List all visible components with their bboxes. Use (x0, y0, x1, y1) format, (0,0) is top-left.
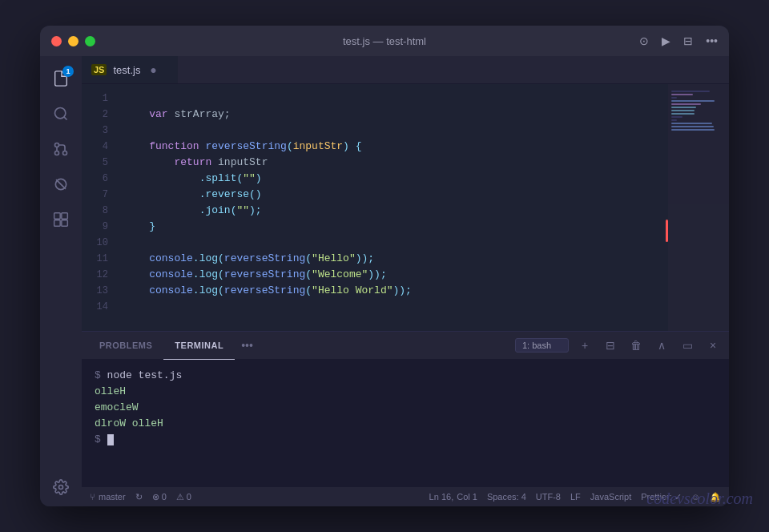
code-line-7: .reverse() (124, 187, 729, 203)
close-panel-button[interactable]: × (703, 336, 723, 355)
sync-status[interactable]: ↻ (135, 492, 143, 502)
close-button[interactable] (51, 36, 62, 46)
status-left: ⑂ master ↻ ⊗ 0 ⚠ 0 (90, 492, 191, 502)
title-actions: ⊙ ▶ ⊟ ••• (639, 34, 718, 47)
minimize-button[interactable] (68, 36, 79, 46)
code-line-12: console.log(reverseString("Welcome")); (124, 267, 729, 283)
traffic-lights (51, 36, 95, 46)
indent-status[interactable]: Spaces: 4 (487, 492, 526, 502)
delete-terminal-button[interactable]: 🗑 (626, 336, 646, 355)
svg-point-4 (55, 151, 59, 155)
code-line-11: console.log(reverseString("Hello")); (124, 251, 729, 267)
code-line-6: .split("") (124, 171, 729, 187)
errors-text: ⊗ 0 (152, 492, 167, 502)
code-line-3 (124, 123, 729, 139)
code-line-14 (124, 299, 729, 315)
sidebar-item-files[interactable]: 1 (45, 62, 77, 95)
encoding-text: UTF-8 (536, 492, 561, 502)
more-actions-icon[interactable]: ••• (706, 34, 718, 47)
code-line-8: .join(""); (124, 203, 729, 219)
code-line-13: console.log(reverseString("Hello World")… (124, 283, 729, 299)
scroll-up-button[interactable]: ∧ (652, 336, 671, 355)
term-line-5: $ (95, 432, 716, 448)
broadcast-icon[interactable]: ⊙ (639, 34, 649, 47)
files-badge: 1 (62, 66, 74, 77)
editor-area: JS test.js ● 1 2 3 4 5 6 7 8 9 10 (82, 56, 729, 506)
editor-tab-testjs[interactable]: JS test.js ● (82, 56, 178, 83)
code-line-1 (124, 91, 729, 107)
code-editor[interactable]: 1 2 3 4 5 6 7 8 9 10 11 12 13 14 (82, 84, 729, 331)
sidebar-item-search[interactable] (45, 98, 77, 130)
maximize-panel-button[interactable]: ▭ (678, 336, 697, 355)
sidebar-item-git[interactable] (45, 133, 77, 165)
panel-actions: 1: bash + ⊟ 🗑 ∧ ▭ × (515, 336, 723, 355)
errors-status[interactable]: ⊗ 0 (152, 492, 167, 502)
code-line-4: function reverseString(inputStr) { (124, 139, 729, 155)
terminal-panel: PROBLEMS TERMINAL ••• 1: bash + ⊟ 🗑 ∧ ▭ … (82, 331, 729, 487)
ln-text: Ln 16, (429, 492, 454, 502)
title-bar: test.js — test-html ⊙ ▶ ⊟ ••• (40, 26, 729, 56)
cursor-position[interactable]: Ln 16, Col 1 (429, 492, 477, 502)
language-status[interactable]: JavaScript (590, 492, 631, 502)
svg-rect-7 (54, 213, 61, 220)
code-line-2: var strArray; (124, 107, 729, 123)
git-branch-status[interactable]: ⑂ master (90, 492, 126, 502)
run-icon[interactable]: ▶ (662, 34, 670, 47)
col-text: Col 1 (457, 492, 477, 502)
line-numbers: 1 2 3 4 5 6 7 8 9 10 11 12 13 14 (82, 84, 118, 331)
feedback-icon[interactable]: ☺ (691, 492, 700, 502)
scrollbar-indicator (666, 220, 668, 242)
term-line-1: $ node test.js (95, 368, 716, 384)
bell-icon: 🔔 (710, 492, 721, 502)
main-layout: 1 (40, 56, 729, 506)
tab-close-button[interactable]: ● (147, 63, 159, 76)
notifications-icon[interactable]: 🔔 (710, 492, 721, 502)
code-line-10 (124, 235, 729, 251)
svg-rect-9 (54, 220, 61, 227)
svg-point-3 (55, 143, 59, 147)
svg-rect-8 (62, 213, 68, 220)
add-terminal-button[interactable]: + (575, 336, 594, 355)
language-text: JavaScript (590, 492, 631, 502)
svg-point-2 (63, 151, 67, 155)
settings-icon[interactable] (45, 474, 77, 506)
tab-filename: test.js (113, 64, 140, 76)
encoding-status[interactable]: UTF-8 (536, 492, 561, 502)
term-line-4: dlroW olleH (95, 416, 716, 432)
vscode-window: test.js — test-html ⊙ ▶ ⊟ ••• 1 (40, 26, 729, 506)
status-right: Ln 16, Col 1 Spaces: 4 UTF-8 LF JavaScri… (429, 492, 721, 502)
warnings-status[interactable]: ⚠ 0 (176, 492, 191, 502)
terminal-content[interactable]: $ node test.js olleH emocleW dlroW olleH… (82, 360, 729, 487)
eol-status[interactable]: LF (570, 492, 581, 502)
prettier-text: Prettier: ✓ (641, 492, 682, 502)
split-editor-icon[interactable]: ⊟ (683, 34, 693, 47)
svg-point-0 (55, 108, 66, 119)
activity-bar: 1 (40, 56, 82, 506)
status-bar: ⑂ master ↻ ⊗ 0 ⚠ 0 Ln 16, (82, 487, 729, 506)
minimap (668, 84, 729, 331)
terminal-selector[interactable]: 1: bash (515, 338, 569, 353)
eol-text: LF (570, 492, 581, 502)
warnings-text: ⚠ 0 (176, 492, 191, 502)
panel-tab-bar: PROBLEMS TERMINAL ••• 1: bash + ⊟ 🗑 ∧ ▭ … (82, 332, 729, 360)
branch-name: master (99, 492, 126, 502)
sidebar-item-extensions[interactable] (45, 204, 77, 236)
sidebar-item-debug[interactable] (45, 168, 77, 200)
spaces-text: Spaces: 4 (487, 492, 526, 502)
split-terminal-button[interactable]: ⊟ (601, 336, 620, 355)
code-content[interactable]: var strArray; function reverseString(inp… (118, 84, 729, 331)
code-line-9: } (124, 219, 729, 235)
maximize-button[interactable] (85, 36, 95, 46)
smiley-icon: ☺ (691, 492, 700, 502)
svg-line-6 (56, 179, 66, 189)
term-line-3: emocleW (95, 400, 716, 416)
panel-tab-terminal[interactable]: TERMINAL (163, 332, 235, 360)
code-line-5: return inputStr (124, 155, 729, 171)
js-file-icon: JS (91, 64, 107, 75)
window-title: test.js — test-html (343, 35, 426, 47)
panel-tab-problems[interactable]: PROBLEMS (88, 332, 163, 360)
panel-more-icon[interactable]: ••• (235, 339, 260, 352)
prettier-status[interactable]: Prettier: ✓ (641, 492, 682, 502)
tab-bar: JS test.js ● (82, 56, 729, 84)
svg-line-1 (64, 117, 67, 120)
